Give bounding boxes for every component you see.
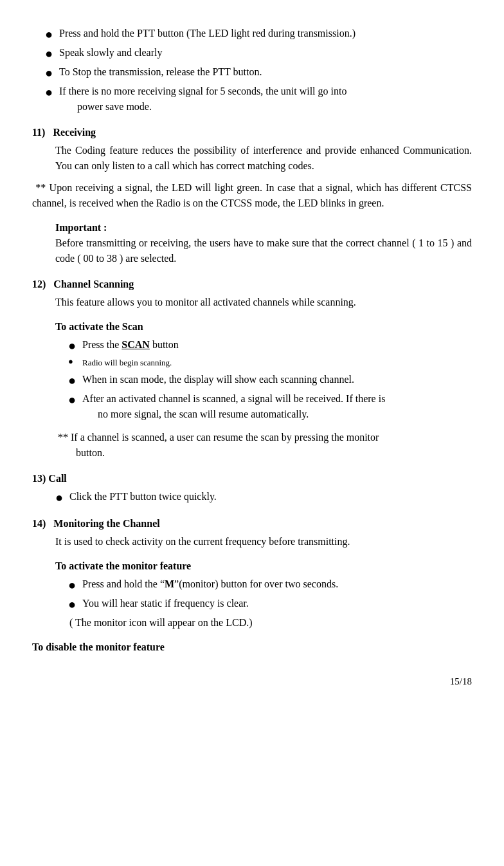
section-12: 12) Channel Scanning This feature allows… — [32, 277, 472, 461]
list-item: ● Press the SCAN button — [68, 337, 472, 354]
list-item-text: Press and hold the PTT button (The LED l… — [59, 26, 356, 41]
call-bullet-list: ● Click the PTT button twice quickly. — [55, 489, 472, 506]
important-label: Important : — [55, 220, 472, 235]
section-14-label: Monitoring the Channel — [53, 518, 159, 529]
bullet-icon: ● — [68, 372, 80, 389]
list-item: ● Press and hold the “M”(monitor) button… — [68, 576, 472, 593]
monitor-note: ( The monitor icon will appear on the LC… — [69, 615, 472, 631]
section-13-number: 13) — [32, 473, 46, 484]
section-14: 14) Monitoring the Channel It is used to… — [32, 516, 472, 655]
list-item: ● Click the PTT button twice quickly. — [55, 489, 472, 506]
section-12-number: 12) — [32, 279, 46, 290]
activate-scan-title: To activate the Scan — [55, 319, 472, 335]
bullet-icon: ● — [68, 596, 80, 613]
list-item-text: To Stop the transmission, release the PT… — [59, 64, 262, 80]
bullet-icon: ● — [55, 489, 67, 506]
list-item-text: When in scan mode, the display will show… — [82, 372, 354, 387]
scan-bullet-list: ● Press the SCAN button ● Radio will beg… — [68, 337, 472, 422]
section-11: 11) Receiving The Coding feature reduces… — [32, 125, 472, 266]
section-13-title: 13) Call — [32, 471, 472, 486]
bullet-icon: ● — [68, 391, 80, 408]
monitor-bullet-list: ● Press and hold the “M”(monitor) button… — [68, 576, 472, 613]
list-item-text: After an activated channel is scanned, a… — [82, 391, 385, 422]
list-item: ● Speak slowly and clearly — [45, 45, 472, 62]
section-11-title: 11) Receiving — [32, 125, 472, 140]
bullet-icon: ● — [68, 576, 80, 593]
bullet-icon: ● — [68, 337, 80, 354]
section-14-number: 14) — [32, 518, 46, 529]
list-item-text: If there is no more receiving signal for… — [59, 84, 346, 115]
list-item-text: You will hear static if frequency is cle… — [82, 596, 249, 611]
list-item-text: Click the PTT button twice quickly. — [69, 489, 217, 504]
list-item-text: Press and hold the “M”(monitor) button f… — [82, 576, 338, 592]
disable-monitor-section: To disable the monitor feature — [32, 640, 472, 655]
section-11-note: ** Upon receiving a signal, the LED will… — [32, 180, 472, 211]
list-item: ● You will hear static if frequency is c… — [68, 596, 472, 613]
list-item: ● After an activated channel is scanned,… — [68, 391, 472, 422]
disable-monitor-title: To disable the monitor feature — [32, 640, 472, 655]
list-item: ● Press and hold the PTT button (The LED… — [45, 26, 472, 42]
section-14-title: 14) Monitoring the Channel — [32, 516, 472, 531]
section-13: 13) Call ● Click the PTT button twice qu… — [32, 471, 472, 506]
activate-monitor-title: To activate the monitor feature — [55, 558, 472, 574]
activate-monitor-section: To activate the monitor feature ● Press … — [55, 558, 472, 631]
list-item-text: Press the SCAN button — [82, 337, 179, 353]
bullet-icon: ● — [45, 84, 57, 100]
section-11-number: 11) — [32, 127, 45, 138]
bullet-icon: ● — [45, 26, 57, 42]
bullet-icon: ● — [45, 64, 57, 81]
list-item: ● To Stop the transmission, release the … — [45, 64, 472, 81]
bullet-icon: ● — [45, 45, 57, 62]
section-12-label: Channel Scanning — [53, 279, 134, 290]
section-12-title: 12) Channel Scanning — [32, 277, 472, 292]
section-11-label: Receiving — [53, 127, 96, 138]
list-item: ● If there is no more receiving signal f… — [45, 84, 472, 115]
section-12-intro: This feature allows you to monitor all a… — [55, 295, 472, 310]
top-bullet-list: ● Press and hold the PTT button (The LED… — [45, 26, 472, 115]
list-item-text: Speak slowly and clearly — [59, 45, 162, 60]
section-11-important: Important : Before transmitting or recei… — [55, 220, 472, 266]
section-14-intro: It is used to check activity on the curr… — [55, 534, 472, 549]
bullet-icon: ● — [68, 356, 80, 367]
scan-bold-text: SCAN — [122, 339, 150, 350]
page-number: 15/18 — [32, 674, 472, 689]
section-11-para1: The Coding feature reduces the possibili… — [55, 143, 472, 174]
m-bold: M — [165, 578, 174, 589]
list-item: ● When in scan mode, the display will sh… — [68, 372, 472, 389]
list-item: ● Radio will begin scanning. — [68, 356, 472, 369]
section-12-note: ** If a channel is scanned, a user can r… — [58, 430, 472, 461]
activate-scan-section: To activate the Scan ● Press the SCAN bu… — [55, 319, 472, 461]
important-para: Before transmitting or receiving, the us… — [55, 235, 472, 266]
section-13-label: Call — [48, 473, 66, 484]
list-item-text: Radio will begin scanning. — [82, 356, 172, 369]
